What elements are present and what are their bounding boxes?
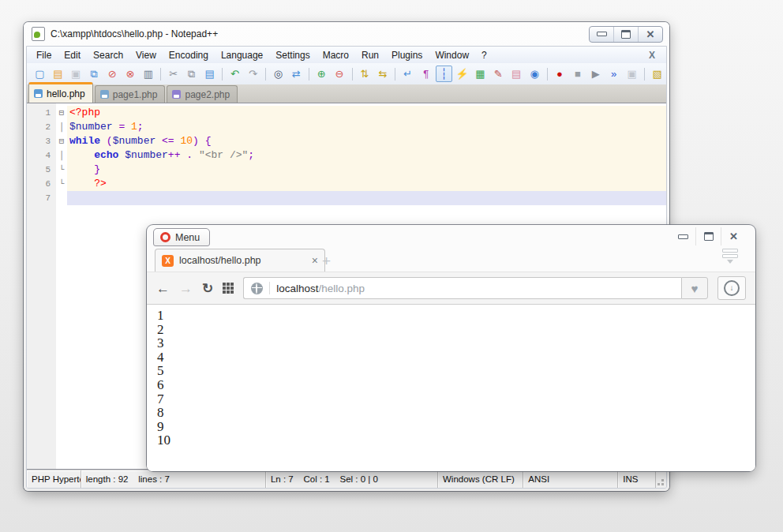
document-tab-page1-php[interactable]: page1.php: [95, 85, 166, 103]
code-line: [67, 191, 666, 205]
output-line: 8: [157, 406, 755, 420]
maximize-icon: [704, 232, 714, 241]
fold-marker-box[interactable]: ⊟: [56, 106, 67, 120]
macro-record-icon[interactable]: ●: [552, 66, 568, 82]
address-separator: [269, 282, 270, 294]
macro-run-multiple-icon[interactable]: »: [605, 66, 622, 82]
resize-grip[interactable]: [656, 470, 666, 488]
menu-item-view[interactable]: View: [129, 48, 163, 62]
save-all-icon[interactable]: ⧉: [86, 66, 103, 82]
folder-as-workspace-icon[interactable]: ▤: [508, 66, 525, 82]
browser-toolbar: ← → ↻ localhost /hello.php ♥ ↓: [147, 272, 755, 305]
downloads-button[interactable]: ↓: [717, 276, 746, 300]
menu-item-run[interactable]: Run: [355, 48, 385, 62]
address-bar[interactable]: localhost /hello.php: [243, 277, 681, 299]
copy-icon[interactable]: ⧉: [183, 66, 200, 82]
user-defined-language-icon[interactable]: ⚡: [454, 66, 470, 82]
heart-icon: ♥: [691, 282, 699, 295]
notepadpp-titlebar[interactable]: C:\xampp\htdocs\hello.php - Notepad++ ✕: [24, 22, 669, 46]
open-file-icon[interactable]: ▤: [50, 66, 66, 82]
opera-window: Menu ✕ X localhost/hello.php × + ← → ↻: [147, 225, 755, 471]
monitoring-eye-icon[interactable]: ◉: [526, 66, 543, 82]
forward-button[interactable]: →: [179, 282, 193, 295]
menu-item-file[interactable]: File: [30, 48, 58, 62]
redo-icon[interactable]: ↷: [245, 66, 261, 82]
close-file-icon[interactable]: ⊘: [104, 66, 121, 82]
show-indent-guide-icon[interactable]: ┆: [436, 66, 452, 82]
close-icon: ✕: [729, 231, 738, 242]
status-cell-4: ANSI: [523, 470, 618, 488]
maximize-icon: [621, 30, 631, 39]
maximize-button[interactable]: [695, 227, 721, 245]
zoom-in-icon[interactable]: ⊕: [313, 66, 330, 82]
document-tab-label: page1.php: [113, 89, 158, 100]
new-file-icon[interactable]: ▢: [32, 66, 48, 82]
minimize-button[interactable]: [671, 227, 695, 245]
sync-horizontal-scroll-icon[interactable]: ⇆: [374, 66, 391, 82]
find-icon[interactable]: ◎: [270, 66, 287, 82]
bookmark-heart-button[interactable]: ♥: [681, 277, 708, 299]
menu-item-edit[interactable]: Edit: [58, 48, 87, 62]
document-map-icon[interactable]: ▦: [472, 66, 489, 82]
word-wrap-icon[interactable]: ↵: [399, 66, 416, 82]
macro-save-icon[interactable]: ▣: [624, 66, 640, 82]
minimize-icon: [597, 32, 607, 36]
function-list-icon[interactable]: ✎: [490, 66, 507, 82]
page-content[interactable]: 12345678910: [147, 305, 755, 471]
save-file-icon[interactable]: ▣: [68, 66, 84, 82]
url-path: /hello.php: [319, 283, 365, 294]
tab-menu-icon[interactable]: [722, 249, 738, 267]
macro-stop-icon[interactable]: ■: [569, 66, 586, 82]
zoom-out-icon[interactable]: ⊖: [332, 66, 348, 82]
toolbar-separator: [160, 68, 161, 81]
fold-margin[interactable]: ⊟│⊟│└└: [56, 103, 67, 469]
browser-tab[interactable]: X localhost/hello.php ×: [155, 249, 325, 272]
close-all-icon[interactable]: ⊗: [122, 66, 139, 82]
menu-item-[interactable]: ?: [475, 48, 493, 62]
tab-close-icon[interactable]: ×: [312, 255, 318, 266]
document-tab-hello-php[interactable]: hello.php: [28, 82, 93, 103]
replace-icon[interactable]: ⇄: [288, 66, 305, 82]
menu-item-search[interactable]: Search: [87, 48, 129, 62]
menu-item-plugins[interactable]: Plugins: [385, 48, 429, 62]
speed-dial-icon[interactable]: [223, 283, 226, 286]
close-button[interactable]: ✕: [721, 227, 746, 245]
menu-item-window[interactable]: Window: [429, 48, 475, 62]
download-icon: ↓: [724, 280, 740, 296]
cut-icon[interactable]: ✂: [165, 66, 182, 82]
sync-vertical-scroll-icon[interactable]: ⇅: [357, 66, 373, 82]
undo-icon[interactable]: ↶: [227, 66, 243, 82]
line-number: 3: [27, 134, 56, 148]
output-line: 9: [157, 420, 755, 434]
menu-item-encoding[interactable]: Encoding: [163, 48, 215, 62]
line-number: 7: [27, 191, 56, 205]
output-line: 10: [157, 433, 755, 448]
menu-item-language[interactable]: Language: [215, 48, 269, 62]
new-tab-button[interactable]: +: [322, 253, 331, 268]
macro-play-icon[interactable]: ▶: [587, 66, 604, 82]
menu-item-macro[interactable]: Macro: [317, 48, 355, 62]
menubar-close-icon[interactable]: X: [638, 50, 666, 61]
print-icon[interactable]: ▥: [140, 66, 156, 82]
open-containing-folder-icon[interactable]: ▧: [649, 66, 665, 82]
minimize-button[interactable]: [590, 27, 613, 42]
reload-button[interactable]: ↻: [202, 282, 213, 295]
menu-item-settings[interactable]: Settings: [269, 48, 316, 62]
fold-marker-box[interactable]: ⊟: [56, 134, 67, 148]
close-button[interactable]: ✕: [638, 27, 662, 42]
output-line: 6: [157, 378, 755, 392]
opera-menu-button[interactable]: Menu: [153, 228, 210, 246]
code-line: $number = 1;: [67, 120, 666, 134]
maximize-button[interactable]: [613, 27, 638, 42]
url-host: localhost: [276, 283, 318, 294]
document-tab-label: hello.php: [47, 88, 85, 99]
back-button[interactable]: ←: [156, 282, 170, 295]
notepadpp-window-buttons: ✕: [589, 26, 663, 43]
globe-icon: [251, 283, 263, 294]
paste-icon[interactable]: ▤: [201, 66, 218, 82]
show-all-characters-icon[interactable]: ¶: [418, 66, 434, 82]
status-cell-5: INS: [618, 470, 656, 488]
document-tab-label: page2.php: [185, 89, 230, 100]
document-tab-page2-php[interactable]: page2.php: [167, 85, 238, 103]
opera-titlebar[interactable]: Menu ✕: [147, 225, 755, 247]
